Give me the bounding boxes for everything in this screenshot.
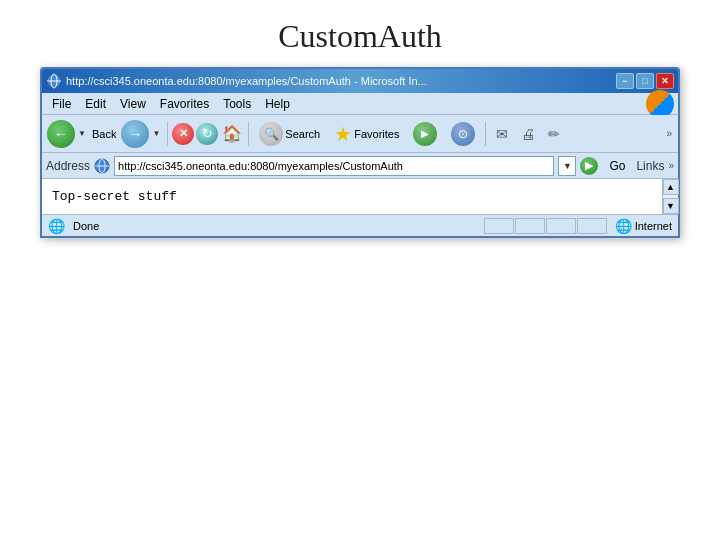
secret-text: Top-secret stuff [52, 189, 177, 204]
page-content: Top-secret stuff [42, 179, 662, 214]
status-bar: 🌐 Done 🌐 Internet [42, 214, 678, 236]
address-more[interactable]: » [668, 160, 674, 171]
page-title: CustomAuth [278, 0, 442, 67]
go-icon: ▶ [580, 157, 598, 175]
zone-text: Internet [635, 220, 672, 232]
links-label[interactable]: Links [636, 159, 664, 173]
mail-button[interactable]: ✉ [490, 122, 514, 146]
favorites-button[interactable]: ★ Favorites [328, 119, 405, 149]
edit-button[interactable]: ✏ [542, 122, 566, 146]
media-button[interactable]: ▶ [407, 119, 443, 149]
menu-file[interactable]: File [46, 95, 77, 113]
back-button[interactable]: ← ▼ [46, 119, 89, 149]
history-icon: ⊙ [451, 122, 475, 146]
menu-view[interactable]: View [114, 95, 152, 113]
home-button[interactable]: 🏠 [220, 122, 244, 146]
scroll-up-button[interactable]: ▲ [663, 179, 679, 195]
back-label: Back [92, 128, 116, 140]
status-seg-1 [484, 218, 514, 234]
search-icon: 🔍 [259, 122, 283, 146]
favorites-icon: ★ [334, 122, 352, 146]
forward-button[interactable]: → ▼ [120, 119, 163, 149]
status-icon: 🌐 [48, 218, 65, 234]
forward-dropdown-icon: ▼ [150, 129, 162, 138]
toolbar-sep-3 [485, 122, 486, 146]
history-button[interactable]: ⊙ [445, 119, 481, 149]
refresh-button[interactable]: ↻ [196, 123, 218, 145]
status-seg-4 [577, 218, 607, 234]
vertical-scrollbar[interactable]: ▲ ▼ [662, 179, 678, 214]
media-icon: ▶ [413, 122, 437, 146]
menu-bar: File Edit View Favorites Tools Help [42, 93, 678, 115]
scroll-down-button[interactable]: ▼ [663, 198, 679, 214]
status-seg-2 [515, 218, 545, 234]
toolbar-sep-2 [248, 122, 249, 146]
search-label: Search [285, 128, 320, 140]
browser-icon [46, 73, 62, 89]
status-seg-3 [546, 218, 576, 234]
stop-button[interactable]: ✕ [172, 123, 194, 145]
title-bar-left: http://csci345.oneonta.edu:8080/myexampl… [46, 73, 616, 89]
title-bar: http://csci345.oneonta.edu:8080/myexampl… [42, 69, 678, 93]
windows-logo [646, 90, 674, 118]
go-button[interactable]: Go [602, 156, 632, 176]
internet-zone: 🌐 Internet [615, 218, 672, 234]
search-button[interactable]: 🔍 Search [253, 119, 326, 149]
toolbar-sep-1 [167, 122, 168, 146]
status-text: Done [73, 220, 99, 232]
globe-icon: 🌐 [615, 218, 632, 234]
content-area: Top-secret stuff ▲ ▼ [42, 179, 678, 214]
address-input[interactable] [114, 156, 554, 176]
menu-favorites[interactable]: Favorites [154, 95, 215, 113]
address-label: Address [46, 159, 90, 173]
minimize-button[interactable]: − [616, 73, 634, 89]
address-dropdown[interactable]: ▼ [558, 156, 576, 176]
forward-icon: → [121, 120, 149, 148]
address-icon [94, 158, 110, 174]
menu-help[interactable]: Help [259, 95, 296, 113]
address-bar: Address ▼ ▶ Go Links » [42, 153, 678, 179]
maximize-button[interactable]: □ [636, 73, 654, 89]
toolbar: ← ▼ Back → ▼ ✕ ↻ 🏠 🔍 Search ★ Favorites [42, 115, 678, 153]
menu-tools[interactable]: Tools [217, 95, 257, 113]
back-dropdown-icon: ▼ [76, 129, 88, 138]
favorites-label: Favorites [354, 128, 399, 140]
back-icon: ← [47, 120, 75, 148]
print-button[interactable]: 🖨 [516, 122, 540, 146]
toolbar-more[interactable]: » [664, 126, 674, 141]
title-bar-buttons: − □ ✕ [616, 73, 674, 89]
close-button[interactable]: ✕ [656, 73, 674, 89]
status-segments [484, 218, 607, 234]
browser-window: http://csci345.oneonta.edu:8080/myexampl… [40, 67, 680, 238]
title-bar-text: http://csci345.oneonta.edu:8080/myexampl… [66, 75, 427, 87]
menu-edit[interactable]: Edit [79, 95, 112, 113]
